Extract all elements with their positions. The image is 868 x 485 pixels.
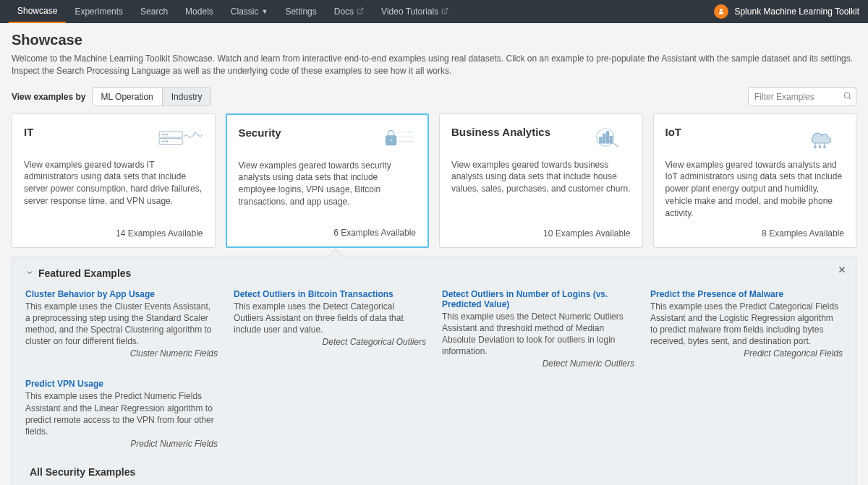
- example-tag: Predict Numeric Fields: [25, 439, 218, 449]
- example-link[interactable]: Predict the Presence of Malware: [650, 289, 783, 299]
- top-nav-right: Splunk Machine Learning Toolkit: [714, 4, 859, 19]
- example-desc: This example uses the Detect Categorical…: [234, 301, 426, 336]
- nav-docs[interactable]: Docs: [326, 0, 373, 23]
- example-tag: Predict Categorical Fields: [650, 348, 843, 359]
- server-icon: [157, 126, 203, 149]
- example-desc: This example uses the Predict Categorica…: [650, 301, 843, 348]
- search-wrap: [748, 87, 856, 106]
- brand-icon: [714, 4, 728, 19]
- featured-heading[interactable]: Featured Examples: [25, 267, 843, 279]
- seg-industry[interactable]: Industry: [162, 88, 211, 106]
- svg-line-1: [444, 8, 448, 12]
- chart-icon: [584, 126, 631, 149]
- close-icon[interactable]: [837, 265, 847, 277]
- card-title: IT: [24, 126, 33, 138]
- example-link[interactable]: Detect Outliers in Bitcoin Transactions: [234, 289, 393, 299]
- card-iot[interactable]: IoT View examples geared towards analyst…: [653, 113, 857, 248]
- caret-down-icon: ▼: [261, 8, 268, 15]
- svg-line-0: [359, 8, 363, 12]
- page-body: Showcase Welcome to the Machine Learning…: [0, 23, 868, 485]
- card-foot: 10 Examples Available: [451, 228, 631, 239]
- segmented-control: ML Operation Industry: [92, 87, 212, 106]
- card-security[interactable]: Security View examples geared towards se…: [226, 113, 430, 248]
- svg-point-8: [164, 134, 166, 135]
- external-link-icon: [357, 7, 364, 17]
- all-examples-heading: All Security Examples: [30, 466, 843, 478]
- svg-point-11: [164, 140, 166, 142]
- svg-point-12: [166, 140, 168, 142]
- example-tag: Detect Numeric Outliers: [442, 359, 634, 369]
- nav-models[interactable]: Models: [176, 0, 222, 23]
- featured-panel: Featured Examples Cluster Behavior by Ap…: [12, 257, 856, 485]
- card-foot: 14 Examples Available: [24, 228, 203, 239]
- chevron-down-icon: [25, 267, 34, 279]
- svg-line-23: [613, 143, 618, 147]
- featured-heading-label: Featured Examples: [38, 267, 131, 279]
- card-desc: View examples geared towards analysts an…: [665, 159, 845, 220]
- svg-point-14: [390, 139, 392, 141]
- nav-showcase[interactable]: Showcase: [9, 0, 66, 23]
- card-title: Business Analytics: [451, 126, 550, 138]
- nav-experiments[interactable]: Experiments: [66, 0, 132, 23]
- svg-point-9: [166, 134, 168, 135]
- card-desc: View examples geared towards IT administ…: [24, 159, 203, 220]
- nav-search[interactable]: Search: [132, 0, 176, 23]
- card-business-analytics[interactable]: Business Analytics View examples geared …: [439, 113, 643, 248]
- nav-settings[interactable]: Settings: [276, 0, 325, 23]
- svg-point-29: [824, 146, 825, 147]
- example-item: Predict VPN Usage This example uses the …: [25, 379, 218, 449]
- card-title: IoT: [665, 126, 682, 138]
- example-desc: This example uses the Cluster Events Ass…: [25, 301, 218, 348]
- card-desc: View examples geared towards business an…: [451, 159, 631, 220]
- page-title: Showcase: [12, 32, 856, 48]
- featured-grid: Cluster Behavior by App Usage This examp…: [25, 289, 843, 450]
- svg-point-3: [844, 93, 850, 98]
- card-title: Security: [239, 126, 281, 139]
- filter-row: View examples by ML Operation Industry: [12, 87, 856, 106]
- cloud-icon: [798, 126, 844, 149]
- example-link[interactable]: Predict VPN Usage: [25, 379, 103, 389]
- card-foot: 6 Examples Available: [239, 228, 417, 238]
- card-desc: View examples geared towards security an…: [239, 160, 417, 219]
- example-item: Predict the Presence of Malware This exa…: [650, 289, 843, 369]
- example-link[interactable]: Cluster Behavior by App Usage: [25, 289, 155, 299]
- filter-label: View examples by: [12, 92, 86, 102]
- example-item: Cluster Behavior by App Usage This examp…: [25, 289, 218, 369]
- lock-icon: [370, 126, 416, 150]
- example-link[interactable]: Detect Outliers in Number of Logins (vs.…: [442, 289, 634, 309]
- nav-classic[interactable]: Classic▼: [222, 0, 277, 23]
- filter-input[interactable]: [748, 87, 856, 106]
- svg-point-10: [162, 140, 163, 142]
- top-nav-left: Showcase Experiments Search Models Class…: [9, 0, 457, 23]
- filter-left: View examples by ML Operation Industry: [12, 87, 211, 106]
- card-it[interactable]: IT View examples geared towards IT admin…: [12, 113, 216, 248]
- svg-point-2: [720, 9, 723, 11]
- svg-point-7: [162, 134, 163, 135]
- svg-line-4: [849, 98, 851, 99]
- cards-grid: IT View examples geared towards IT admin…: [12, 113, 856, 248]
- nav-video[interactable]: Video Tutorials: [373, 0, 457, 23]
- seg-ml-operation[interactable]: ML Operation: [93, 88, 162, 106]
- svg-rect-19: [599, 137, 601, 143]
- example-item: Detect Outliers in Bitcoin Transactions …: [234, 289, 426, 369]
- panel-pointer: [328, 248, 344, 265]
- external-link-icon: [441, 7, 448, 17]
- example-item: Detect Outliers in Number of Logins (vs.…: [442, 289, 634, 369]
- svg-point-27: [819, 146, 820, 147]
- top-nav: Showcase Experiments Search Models Class…: [0, 0, 868, 23]
- search-icon: [843, 91, 852, 103]
- svg-rect-22: [610, 136, 612, 143]
- svg-rect-20: [603, 134, 605, 143]
- card-foot: 8 Examples Available: [665, 228, 845, 239]
- example-desc: This example uses the Detect Numeric Out…: [442, 311, 634, 358]
- page-subtitle: Welcome to the Machine Learning Toolkit …: [12, 53, 856, 77]
- example-tag: Cluster Numeric Fields: [25, 348, 218, 359]
- brand-label: Splunk Machine Learning Toolkit: [734, 7, 859, 17]
- example-tag: Detect Categorical Outliers: [234, 337, 426, 347]
- example-desc: This example uses the Predict Numeric Fi…: [25, 390, 218, 437]
- svg-rect-21: [606, 132, 608, 143]
- svg-point-25: [814, 146, 816, 147]
